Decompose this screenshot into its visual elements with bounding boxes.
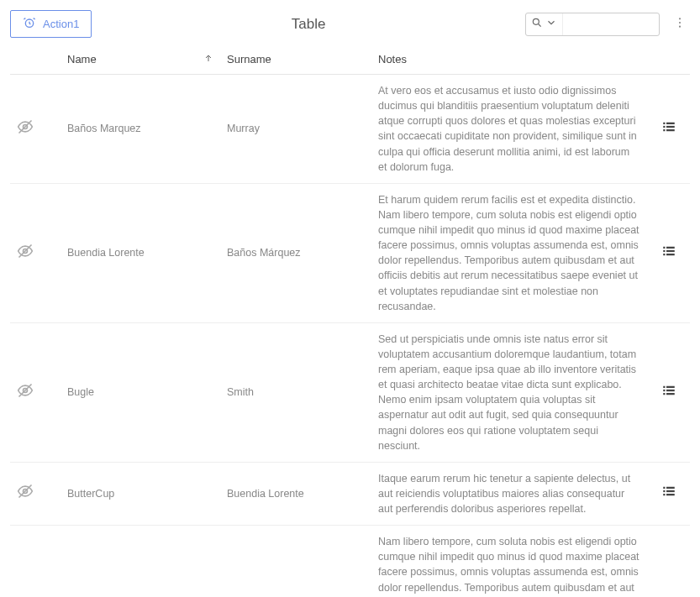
search-input[interactable] — [563, 18, 659, 30]
col-notes[interactable]: Notes — [371, 45, 648, 75]
cell-surname: Baños Márquez — [220, 183, 371, 322]
action1-label: Action1 — [43, 18, 79, 30]
svg-rect-8 — [663, 126, 665, 128]
svg-rect-21 — [666, 385, 675, 387]
table-header-row: Name Surname Notes — [10, 45, 690, 75]
row-menu-button[interactable] — [648, 462, 690, 525]
table-row: ButterCupBuendia LorenteItaque earum rer… — [10, 462, 690, 525]
svg-rect-30 — [666, 490, 675, 492]
col-blank — [10, 45, 61, 75]
list-icon — [661, 125, 676, 137]
svg-rect-14 — [666, 246, 675, 248]
svg-rect-31 — [663, 494, 665, 495]
visibility-toggle[interactable] — [10, 462, 61, 525]
cell-surname: Smith — [220, 322, 371, 462]
row-menu-button[interactable] — [648, 183, 690, 322]
eye-off-icon — [17, 390, 34, 401]
svg-point-1 — [533, 18, 539, 24]
search-dropdown[interactable] — [526, 13, 563, 35]
table-row: BugleSmithSed ut perspiciatis unde omnis… — [10, 322, 690, 462]
visibility-toggle[interactable] — [10, 75, 61, 184]
svg-rect-32 — [666, 494, 675, 495]
cell-surname: Murray — [220, 75, 371, 184]
cell-notes: Sed ut perspiciatis unde omnis iste natu… — [371, 322, 648, 462]
svg-point-3 — [679, 22, 681, 24]
cell-notes: Et harum quidem rerum facilis est et exp… — [371, 183, 648, 322]
cell-notes: Itaque earum rerum hic tenetur a sapient… — [371, 462, 648, 525]
svg-rect-25 — [666, 393, 675, 395]
cell-name: Buendia Lorente — [61, 183, 220, 322]
svg-rect-24 — [663, 393, 665, 395]
visibility-toggle[interactable] — [10, 526, 61, 597]
toolbar: Action1 Table — [10, 10, 690, 38]
svg-rect-11 — [666, 129, 675, 131]
visibility-toggle[interactable] — [10, 183, 61, 322]
eye-off-icon — [17, 126, 34, 138]
svg-rect-10 — [663, 129, 665, 131]
svg-rect-23 — [666, 390, 675, 391]
cell-surname: Buendia Lorente — [220, 462, 371, 525]
eye-off-icon — [17, 490, 34, 502]
cell-surname: Buttercup — [220, 526, 371, 597]
col-actions — [648, 45, 690, 75]
svg-rect-7 — [666, 123, 675, 124]
alarm-icon — [23, 16, 36, 32]
row-menu-button[interactable] — [648, 75, 690, 184]
cell-name: ButterCup — [61, 462, 220, 525]
more-menu-button[interactable] — [670, 14, 690, 34]
page-title: Table — [102, 16, 515, 33]
col-name[interactable]: Name — [61, 45, 220, 75]
svg-point-4 — [679, 26, 681, 28]
row-menu-button[interactable] — [648, 322, 690, 462]
list-icon — [661, 490, 676, 501]
col-name-label: Name — [67, 53, 97, 65]
list-icon — [661, 249, 676, 261]
svg-rect-22 — [663, 390, 665, 391]
svg-rect-28 — [666, 487, 675, 489]
svg-rect-29 — [663, 490, 665, 492]
svg-point-2 — [679, 18, 681, 19]
col-surname[interactable]: Surname — [220, 45, 371, 75]
search-group[interactable] — [525, 13, 660, 36]
table-row: Baños MarquezMurrayAt vero eos et accusa… — [10, 75, 690, 184]
eye-off-icon — [17, 250, 34, 262]
table-row: Buendia LorenteBaños MárquezEt harum qui… — [10, 183, 690, 322]
svg-rect-13 — [663, 246, 665, 248]
visibility-toggle[interactable] — [10, 322, 61, 462]
cell-notes: At vero eos et accusamus et iusto odio d… — [371, 75, 648, 184]
cell-name: C. Jonhson — [61, 526, 220, 597]
data-table: Name Surname Notes Baños MarquezMurrayAt… — [10, 45, 690, 597]
sort-asc-icon — [203, 53, 213, 65]
svg-rect-15 — [663, 250, 665, 252]
svg-rect-6 — [663, 123, 665, 124]
cell-name: Baños Marquez — [61, 75, 220, 184]
cell-name: Bugle — [61, 322, 220, 462]
search-icon — [531, 17, 543, 31]
table-row: C. JonhsonButtercupNam libero tempore, c… — [10, 526, 690, 597]
svg-rect-18 — [666, 254, 675, 255]
svg-rect-27 — [663, 487, 665, 489]
cell-notes: Nam libero tempore, cum soluta nobis est… — [371, 526, 648, 597]
dots-vertical-icon — [673, 16, 687, 32]
svg-rect-17 — [663, 254, 665, 255]
list-icon — [661, 389, 676, 401]
chevron-down-icon — [545, 17, 557, 31]
row-menu-button[interactable] — [648, 526, 690, 597]
svg-rect-9 — [666, 126, 675, 128]
svg-rect-20 — [663, 385, 665, 387]
svg-rect-16 — [666, 250, 675, 252]
action1-button[interactable]: Action1 — [10, 10, 92, 38]
